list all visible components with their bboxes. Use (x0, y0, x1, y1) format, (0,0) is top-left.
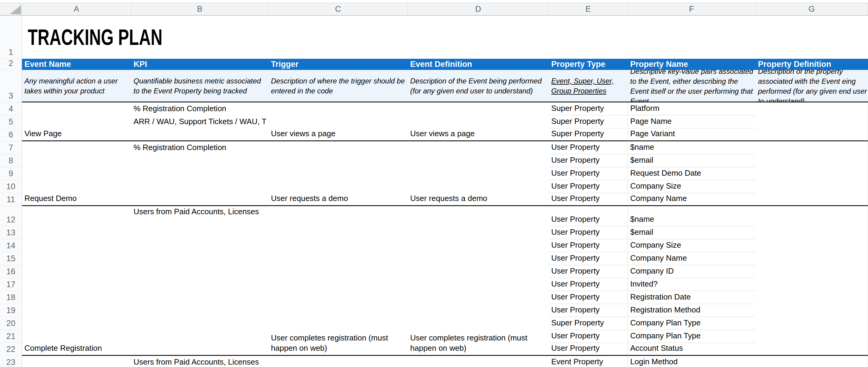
cell-A4[interactable] (22, 102, 131, 115)
cell-B6[interactable] (131, 128, 269, 141)
cell-C4[interactable] (269, 102, 408, 115)
cell-E4[interactable]: Super Property (549, 102, 628, 115)
row-header-5[interactable]: 5 (0, 115, 22, 128)
row-header-1[interactable]: 1 (0, 16, 22, 59)
cell-E17[interactable]: User Property (549, 278, 628, 291)
cell-C19[interactable] (269, 304, 408, 317)
cell-B9[interactable] (131, 167, 269, 180)
column-header-D[interactable]: D (408, 3, 549, 15)
cell-B21[interactable] (131, 330, 269, 343)
row-header-8[interactable]: 8 (0, 154, 22, 167)
cell-E18[interactable]: User Property (549, 291, 628, 304)
cell-G11[interactable] (755, 193, 868, 206)
cell-C20[interactable] (269, 317, 408, 330)
cell-A2[interactable]: Event Name (22, 59, 131, 70)
cell-B5[interactable]: ARR / WAU, Support Tickets / WAU, T (131, 115, 269, 128)
cell-E3[interactable]: Event, Super, User, Group Properties (549, 70, 628, 102)
cell-F6[interactable]: Page Variant (628, 128, 755, 141)
cell-F12[interactable]: $name (628, 206, 755, 226)
cell-D5[interactable] (408, 115, 549, 128)
cell-C14[interactable] (269, 239, 408, 252)
cell-G22[interactable] (755, 343, 868, 356)
row-header-13[interactable]: 13 (0, 226, 22, 239)
cell-A23[interactable] (22, 356, 131, 367)
cell-G15[interactable] (755, 252, 868, 265)
cell-G17[interactable] (755, 278, 868, 291)
cell-A6[interactable]: View Page (22, 128, 131, 141)
cell-F14[interactable]: Company Size (628, 239, 755, 252)
cell-C15[interactable] (269, 252, 408, 265)
cell-F19[interactable]: Registration Method (628, 304, 755, 317)
cell-G6[interactable] (755, 128, 868, 141)
cell-A19[interactable] (22, 304, 131, 317)
cell-B16[interactable] (131, 265, 269, 278)
cell-D11[interactable]: User requests a demo (408, 193, 549, 206)
cell-G3[interactable]: Description of the property associated w… (755, 70, 868, 102)
cell-E15[interactable]: User Property (549, 252, 628, 265)
row-header-7[interactable]: 7 (0, 141, 22, 154)
cell-C23[interactable] (269, 356, 408, 367)
row-header-4[interactable]: 4 (0, 102, 22, 115)
cell-G23[interactable] (755, 356, 868, 367)
cell-G21[interactable] (755, 330, 868, 343)
cell-A11[interactable]: Request Demo (22, 193, 131, 206)
cell-E11[interactable]: User Property (549, 193, 628, 206)
cell-E14[interactable]: User Property (549, 239, 628, 252)
cell-D4[interactable] (408, 102, 549, 115)
cell-A10[interactable] (22, 180, 131, 193)
cell-C2[interactable]: Trigger (269, 59, 408, 70)
cell-D16[interactable] (408, 265, 549, 278)
cell-A12[interactable] (22, 206, 131, 226)
cell-C7[interactable] (269, 141, 408, 154)
cell-F13[interactable]: $email (628, 226, 755, 239)
cell-A15[interactable] (22, 252, 131, 265)
cell-A16[interactable] (22, 265, 131, 278)
cell-B7[interactable]: % Registration Completion (131, 141, 269, 154)
cell-D9[interactable] (408, 167, 549, 180)
cell-G4[interactable] (755, 102, 868, 115)
column-header-C[interactable]: C (269, 3, 408, 15)
cell-C13[interactable] (269, 226, 408, 239)
cell-F8[interactable]: $email (628, 154, 755, 167)
cell-B20[interactable] (131, 317, 269, 330)
cell-C17[interactable] (269, 278, 408, 291)
column-header-A[interactable]: A (22, 3, 131, 15)
cell-F20[interactable]: Company Plan Type (628, 317, 755, 330)
cell-B4[interactable]: % Registration Completion (131, 102, 269, 115)
select-all-corner[interactable] (0, 3, 22, 15)
row-header-9[interactable]: 9 (0, 167, 22, 180)
cell-E12[interactable]: User Property (549, 206, 628, 226)
cell-C22[interactable]: User completes registration (must happen… (269, 343, 408, 356)
cell-C9[interactable] (269, 167, 408, 180)
row-header-17[interactable]: 17 (0, 278, 22, 291)
cell-F7[interactable]: $name (628, 141, 755, 154)
cell-G18[interactable] (755, 291, 868, 304)
cell-A5[interactable] (22, 115, 131, 128)
cell-C18[interactable] (269, 291, 408, 304)
cell-B2[interactable]: KPI (131, 59, 269, 70)
cell-D12[interactable] (408, 206, 549, 226)
cell-G14[interactable] (755, 239, 868, 252)
row-header-18[interactable]: 18 (0, 291, 22, 304)
cell-D2[interactable]: Event Definition (408, 59, 549, 70)
row-header-12[interactable]: 12 (0, 206, 22, 226)
cell-E10[interactable]: User Property (549, 180, 628, 193)
column-header-F[interactable]: F (628, 3, 755, 15)
row-header-6[interactable]: 6 (0, 128, 22, 141)
cell-C5[interactable] (269, 115, 408, 128)
column-header-E[interactable]: E (549, 3, 628, 15)
cell-G19[interactable] (755, 304, 868, 317)
cell-D22[interactable]: User completes registration (must happen… (408, 343, 549, 356)
cell-G16[interactable] (755, 265, 868, 278)
cell-A22[interactable]: Complete Registration (22, 343, 131, 356)
cell-B14[interactable] (131, 239, 269, 252)
cell-B19[interactable] (131, 304, 269, 317)
cell-C3[interactable]: Description of where the trigger should … (269, 70, 408, 102)
sheet-title[interactable]: TRACKING PLAN (28, 26, 162, 49)
cell-A20[interactable] (22, 317, 131, 330)
cell-G20[interactable] (755, 317, 868, 330)
row-header-15[interactable]: 15 (0, 252, 22, 265)
cell-C8[interactable] (269, 154, 408, 167)
cell-A8[interactable] (22, 154, 131, 167)
cell-F17[interactable]: Invited? (628, 278, 755, 291)
